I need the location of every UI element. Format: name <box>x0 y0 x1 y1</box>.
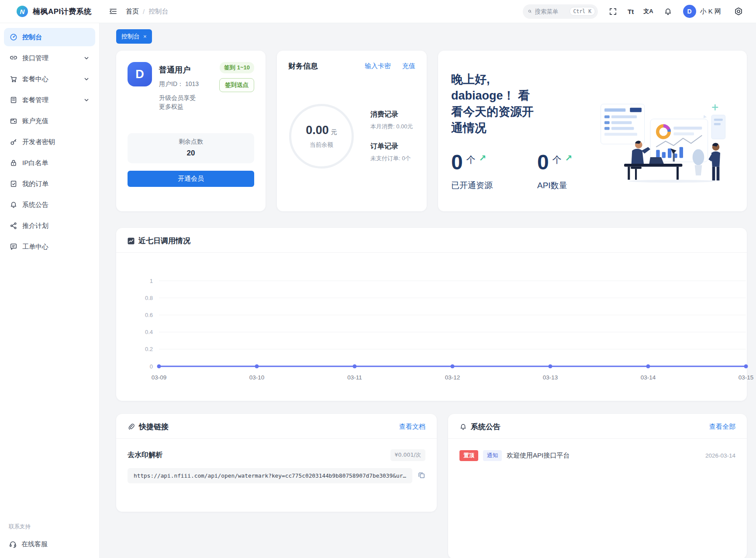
notice-type-badge: 通知 <box>483 450 502 461</box>
consume-record-title[interactable]: 消费记录 <box>370 110 413 119</box>
announcement-row[interactable]: 置顶 通知 欢迎使用API接口平台 2026-03-14 <box>459 450 735 461</box>
cart-icon <box>10 75 17 83</box>
enter-card-code-link[interactable]: 输入卡密 <box>365 62 391 70</box>
announcements-title: 系统公告 <box>471 422 501 432</box>
checkin-button[interactable]: 签到送点 <box>219 78 254 92</box>
sidebar-item-package-management[interactable]: 套餐管理 <box>4 91 95 109</box>
user-name: 小 K 网 <box>700 7 721 16</box>
sidebar-item-label: 控制台 <box>22 33 42 41</box>
api-url-field[interactable]: https://api.nfiii.com/api/open/watermark… <box>128 468 412 483</box>
sidebar-collapse-icon[interactable] <box>107 6 119 17</box>
bell-icon <box>459 423 467 431</box>
copy-icon[interactable] <box>418 471 425 481</box>
svg-text:03-12: 03-12 <box>445 374 460 381</box>
tab-label: 控制台 <box>121 33 140 41</box>
open-membership-button[interactable]: 开通会员 <box>128 171 254 187</box>
sidebar-item-label: IP白名单 <box>22 159 48 167</box>
svg-text:0: 0 <box>150 363 153 370</box>
points-value: 20 <box>128 149 254 158</box>
sidebar-item-announcements[interactable]: 系统公告 <box>4 196 95 214</box>
user-profile-card: D 普通用户 用户ID： 1013 升级会员享受更多权益 签到 1~10 签到送… <box>116 51 266 211</box>
search-icon <box>528 8 532 15</box>
chevron-down-icon <box>83 97 90 103</box>
stat-api-count: 0 个 ↗ API数量 <box>537 152 572 191</box>
breadcrumb-home[interactable]: 首页 <box>126 7 139 16</box>
profile-avatar: D <box>128 62 152 86</box>
points-label: 剩余点数 <box>128 138 254 146</box>
order-record-title[interactable]: 订单记录 <box>370 142 413 151</box>
lock-icon <box>10 159 17 167</box>
header-main: 首页 / 控制台 Ctrl K Tt <box>100 4 756 19</box>
sidebar-item-ip-whitelist[interactable]: IP白名单 <box>4 154 95 172</box>
chevron-down-icon <box>83 55 90 61</box>
greeting-card: 晚上好, dabiaoge！ 看 看今天的资源开 通情况 0 个 ↗ 已开 <box>438 51 747 211</box>
online-support-button[interactable]: 在线客服 <box>9 537 90 551</box>
sidebar-item-label: 我的订单 <box>22 180 48 188</box>
stat-opened-resources: 0 个 ↗ 已开通资源 <box>451 152 493 191</box>
svg-text:03-14: 03-14 <box>641 374 656 381</box>
link-icon <box>10 54 17 62</box>
quick-links-card: 快捷链接 查看文档 去水印解析 ¥0.001/次 https://api.nfi… <box>116 414 437 512</box>
svg-text:0.6: 0.6 <box>145 312 153 318</box>
svg-text:03-09: 03-09 <box>152 374 167 381</box>
recharge-link[interactable]: 充值 <box>402 62 415 70</box>
search-box[interactable]: Ctrl K <box>523 4 598 19</box>
notifications-bell-icon[interactable] <box>663 6 673 17</box>
user-menu[interactable]: D 小 K 网 <box>683 5 721 18</box>
paperclip-icon <box>128 423 135 431</box>
app-title: 楠枫API计费系统 <box>33 7 92 17</box>
tab-dashboard[interactable]: 控制台 × <box>116 29 152 44</box>
tab-bar: 控制台 × <box>116 29 747 44</box>
document-check-icon <box>10 180 17 188</box>
remaining-points-box: 剩余点数 20 <box>128 133 254 163</box>
sidebar-item-dashboard[interactable]: 控制台 <box>4 28 95 46</box>
sidebar-item-api-management[interactable]: 接口管理 <box>4 49 95 67</box>
announcements-card: 系统公告 查看全部 置顶 通知 欢迎使用API接口平台 2026-03-14 <box>448 414 747 558</box>
sidebar: 控制台 接口管理 套餐中心 套餐管理 <box>0 23 100 558</box>
user-role: 普通用户 <box>159 65 212 75</box>
announcement-text[interactable]: 欢迎使用API接口平台 <box>507 451 570 460</box>
chart-icon <box>128 238 135 245</box>
calls-chart-card: 近七日调用情况 00.20.40.60.8103-0903-1003-1103-… <box>116 228 747 401</box>
translate-icon[interactable]: 文A <box>643 7 653 15</box>
sidebar-item-package-center[interactable]: 套餐中心 <box>4 70 95 88</box>
sidebar-item-label: 账户充值 <box>22 117 48 125</box>
sidebar-item-referral-plan[interactable]: 推介计划 <box>4 217 95 235</box>
sidebar-item-label: 套餐中心 <box>22 75 48 83</box>
text-size-icon[interactable]: Tt <box>628 8 634 15</box>
sidebar-item-label: 系统公告 <box>22 201 48 209</box>
bell-icon <box>10 201 17 209</box>
svg-text:03-10: 03-10 <box>249 374 265 381</box>
finance-card: 财务信息 输入卡密 充值 0.00 元 当前余额 <box>277 51 427 211</box>
tab-close-icon[interactable]: × <box>143 33 147 40</box>
sidebar-item-label: 开发者密钥 <box>22 138 55 146</box>
dashboard-icon <box>10 33 17 41</box>
upgrade-hint: 升级会员享受更多权益 <box>159 93 197 111</box>
view-docs-link[interactable]: 查看文档 <box>399 423 425 431</box>
sidebar-item-label: 工单中心 <box>22 243 48 251</box>
svg-text:0.8: 0.8 <box>145 295 153 301</box>
user-avatar: D <box>683 5 696 18</box>
api-link-name: 去水印解析 <box>128 451 162 460</box>
chat-bubble-icon <box>10 243 17 251</box>
user-id-value: 1013 <box>185 80 199 87</box>
search-input[interactable] <box>535 8 566 15</box>
view-all-link[interactable]: 查看全部 <box>709 423 735 431</box>
brand: N 楠枫API计费系统 <box>0 6 100 17</box>
sidebar-item-ticket-center[interactable]: 工单中心 <box>4 238 95 256</box>
sidebar-item-developer-keys[interactable]: 开发者密钥 <box>4 133 95 151</box>
trend-up-arrow-icon: ↗ <box>479 153 487 163</box>
sidebar-item-account-recharge[interactable]: 账户充值 <box>4 112 95 130</box>
trend-up-arrow-icon: ↗ <box>565 153 573 163</box>
consume-record-detail: 本月消费: 0.00元 <box>370 123 413 131</box>
balance-label: 当前余额 <box>310 141 333 149</box>
breadcrumb-separator: / <box>143 8 145 15</box>
online-support-label: 在线客服 <box>21 540 48 548</box>
checkin-range-badge: 签到 1~10 <box>220 62 254 73</box>
app-root: N 楠枫API计费系统 首页 / 控制台 <box>0 0 756 558</box>
sidebar-item-my-orders[interactable]: 我的订单 <box>4 175 95 193</box>
svg-text:03-13: 03-13 <box>543 374 558 381</box>
settings-gear-icon[interactable] <box>733 6 744 17</box>
document-list-icon <box>10 96 17 104</box>
fullscreen-icon[interactable] <box>608 6 618 17</box>
